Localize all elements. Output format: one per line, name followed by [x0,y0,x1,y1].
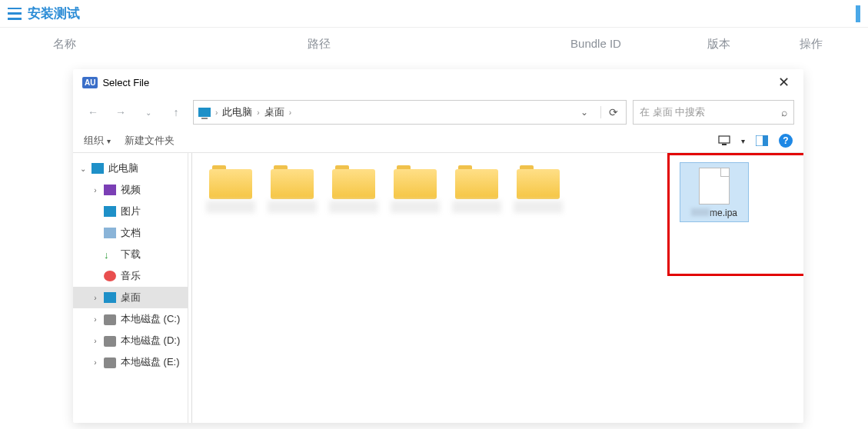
tree-item-label: 本地磁盘 (D:) [121,334,180,348]
ico-music-icon [104,271,116,281]
file-dialog: AU Select File ✕ ← → ⌄ ↑ › 此电脑 › 桌面 › ⌄ … [73,69,803,423]
search-input[interactable]: 在 桌面 中搜索 ⌕ [633,100,794,125]
tree-item[interactable]: ›桌面 [73,287,188,308]
ico-disk-icon [104,358,116,368]
chevron-right-icon: › [215,108,218,117]
tree-item-label: 此电脑 [108,161,138,175]
chevron-right-icon: › [257,108,259,117]
expander-icon[interactable]: › [91,186,99,195]
expander-icon[interactable]: › [91,294,99,302]
nav-tree: ⌄此电脑›视频图片文档↓下载音乐›桌面›本地磁盘 (C:)›本地磁盘 (D:)›… [73,153,188,423]
organize-button[interactable]: 组织 ▾ [84,134,111,148]
tree-item-label: 下载 [121,248,141,261]
file-icon [699,168,730,205]
folder-label [268,201,317,213]
folder-icon [271,165,314,199]
dialog-title: Select File [102,77,149,88]
address-dropdown-icon[interactable]: ⌄ [576,107,593,118]
file-name: me.ipa [682,208,747,218]
recent-dropdown[interactable]: ⌄ [138,101,159,123]
chevron-right-icon: › [289,108,291,117]
tree-item-label: 文档 [121,226,141,240]
expander-icon[interactable]: › [91,315,99,324]
file-list[interactable]: me.ipa [192,153,803,423]
ico-pc-icon [91,163,104,174]
address-bar[interactable]: › 此电脑 › 桌面 › ⌄ ⟳ [193,100,627,125]
ico-vid-icon [104,185,116,195]
ico-doc-icon [104,228,116,238]
folder-icon [332,165,375,199]
folder-label [391,201,440,213]
new-folder-button[interactable]: 新建文件夹 [125,134,175,148]
tree-item[interactable]: 音乐 [73,265,188,287]
folder-label [329,201,378,213]
app-header: 安装测试 [0,0,868,28]
tree-item-label: 视频 [121,183,141,197]
expander-icon[interactable]: ⌄ [79,165,87,173]
app-badge-icon: AU [82,77,98,88]
up-button[interactable]: ↑ [165,101,187,123]
refresh-icon[interactable]: ⟳ [600,106,621,118]
tree-item[interactable]: ⌄此电脑 [73,158,188,179]
monitor-icon[interactable] [718,135,730,146]
close-icon[interactable]: ✕ [773,74,794,91]
folder-icon [455,165,498,199]
file-item-ipa[interactable]: me.ipa [680,162,749,222]
help-icon[interactable]: ? [779,134,793,148]
folder-icon [209,165,252,199]
nav-row: ← → ⌄ ↑ › 此电脑 › 桌面 › ⌄ ⟳ 在 桌面 中搜索 ⌕ [73,95,803,129]
back-button[interactable]: ← [82,101,104,123]
col-bundle: Bundle ID [527,37,665,52]
svg-rect-0 [719,136,730,143]
tree-item-label: 音乐 [121,269,141,283]
tree-item-label: 图片 [121,205,141,218]
page-title: 安装测试 [28,5,80,22]
dialog-titlebar[interactable]: AU Select File ✕ [73,69,803,95]
chevron-down-icon[interactable]: ▾ [741,137,745,145]
breadcrumb-root[interactable]: 此电脑 [222,105,252,119]
ico-desk-icon [104,292,116,303]
breadcrumb-leaf[interactable]: 桌面 [264,105,284,119]
menu-icon[interactable] [8,8,22,20]
tree-item[interactable]: ›本地磁盘 (C:) [73,308,188,330]
tree-item[interactable]: 文档 [73,222,188,244]
svg-rect-3 [763,135,768,146]
col-action: 操作 [773,37,850,52]
expander-icon[interactable]: › [91,358,99,367]
folder-label [206,201,255,213]
tree-item[interactable]: ›本地磁盘 (E:) [73,351,188,373]
toolbar: 组织 ▾ 新建文件夹 ▾ ? [73,129,803,152]
expander-icon[interactable]: › [91,337,99,345]
folder-icon [517,165,560,199]
folder-item[interactable] [324,162,383,214]
ico-disk-icon [104,314,116,325]
folder-item[interactable] [509,162,567,214]
ico-dl-icon: ↓ [104,249,116,260]
folder-item[interactable] [263,162,321,214]
col-name: 名称 [18,37,111,52]
search-placeholder: 在 桌面 中搜索 [640,105,705,119]
header-accent [856,5,860,22]
tree-item-label: 本地磁盘 (E:) [121,355,180,369]
forward-button[interactable]: → [110,101,131,123]
ico-img-icon [104,206,116,217]
folder-item[interactable] [386,162,444,214]
pc-icon [198,108,211,117]
table-headers: 名称 路径 Bundle ID 版本 操作 [0,28,868,61]
col-path: 路径 [111,37,527,52]
search-icon[interactable]: ⌕ [781,106,787,118]
folder-icon [394,165,437,199]
tree-item[interactable]: 图片 [73,201,188,222]
ico-disk-icon [104,336,116,347]
tree-item[interactable]: ›视频 [73,179,188,201]
tree-item[interactable]: ›本地磁盘 (D:) [73,330,188,351]
tree-item-label: 本地磁盘 (C:) [121,312,180,326]
folder-label [452,201,501,213]
dialog-body: ⌄此电脑›视频图片文档↓下载音乐›桌面›本地磁盘 (C:)›本地磁盘 (D:)›… [73,152,803,423]
folder-label [514,201,563,213]
folder-item[interactable] [201,162,260,214]
tree-item[interactable]: ↓下载 [73,244,188,265]
preview-pane-icon[interactable] [756,135,768,146]
folder-item[interactable] [447,162,506,214]
chevron-down-icon: ▾ [107,137,111,145]
